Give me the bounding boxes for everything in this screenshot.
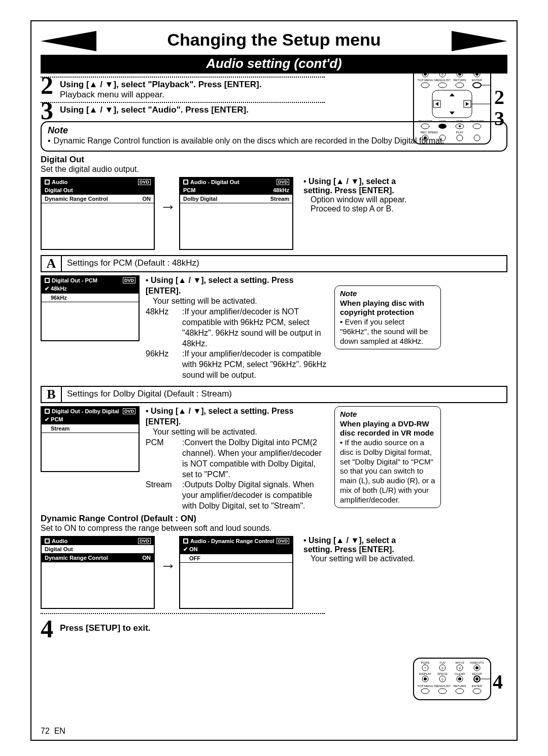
svg-point-21: [456, 83, 464, 88]
osd-audio2: AudioDVD Digital Out Dynamic Range Conrt…: [41, 536, 155, 609]
svg-point-38: [473, 124, 481, 129]
svg-point-34: [421, 124, 429, 129]
step-4: 4 Press [SETUP] to exit.: [41, 623, 325, 633]
svg-point-42: [424, 136, 427, 139]
svg-point-77: [424, 677, 427, 680]
svg-text:DVD: DVD: [457, 120, 463, 123]
svg-text:PLAY: PLAY: [456, 131, 464, 134]
drc-heading: Dynamic Range Control (Default : ON): [41, 514, 507, 524]
step-2: 2 Using [▲ / ▼], select "Playback". Pres…: [41, 80, 325, 100]
svg-marker-29: [466, 102, 469, 106]
svg-point-14: [475, 73, 478, 76]
instrA-select: Using [▲ / ▼], select a setting. Press […: [146, 276, 294, 295]
svg-text:0: 0: [441, 73, 443, 76]
svg-text:MENU/LIST: MENU/LIST: [434, 79, 451, 82]
remote-diagram: DISPLAYSPACECLEARSETUP 0 TOP MENUMENU/LI…: [413, 64, 491, 145]
svg-text:RETURN: RETURN: [454, 79, 466, 82]
osd-pcm: Digital Out - PCMDVD 48kHz 96kHz: [41, 275, 140, 341]
remote-callout-4: 4: [493, 670, 503, 694]
step2-text: Playback menu will appear.: [60, 90, 325, 100]
instr-proceed: Proceed to step A or B.: [303, 204, 420, 213]
svg-text:ENTER: ENTER: [472, 79, 483, 82]
section-a-header: A Settings for PCM (Default : 48kHz): [41, 255, 507, 272]
svg-text:TOP MENU: TOP MENU: [417, 79, 433, 82]
svg-point-44: [457, 135, 463, 141]
svg-text:REC SPEED: REC SPEED: [421, 131, 438, 134]
section-b-header: B Settings for Dolby Digital (Default : …: [41, 386, 507, 403]
svg-point-35: [438, 124, 447, 129]
svg-text:VCR: VCR: [439, 120, 446, 123]
svg-marker-24: [450, 93, 455, 96]
svg-point-20: [438, 83, 447, 88]
step3-instruction: Using [▲ / ▼], select "Audio". Press [EN…: [60, 105, 325, 115]
svg-text:SPACE: SPACE: [437, 67, 448, 70]
instrA-activated: Your setting will be activated.: [146, 296, 328, 307]
svg-rect-51: [184, 181, 187, 184]
remote-callout-3: 3: [494, 109, 504, 129]
instr-option-appear: Option window will appear.: [303, 195, 420, 204]
step-number: 2: [41, 73, 53, 98]
svg-text:MENU/LIST: MENU/LIST: [434, 685, 451, 688]
svg-text:SPACE: SPACE: [437, 672, 448, 675]
svg-point-19: [421, 83, 429, 88]
arrow-icon: →: [160, 556, 174, 575]
page-title: Changing the Setup menu: [167, 30, 381, 49]
remote-diagram-bottom: PQRSTUVWXYZVIDEO/TV 7 8 9 DISPLAYSPACECL…: [413, 658, 491, 700]
svg-point-8: [424, 73, 427, 76]
svg-point-71: [475, 666, 478, 669]
svg-text:VIDEO/TV: VIDEO/TV: [470, 661, 484, 664]
svg-point-90: [456, 689, 464, 694]
step4-instruction: Press [SETUP] to exit.: [60, 623, 325, 633]
svg-point-45: [474, 135, 480, 141]
step-3: 3 Using [▲ / ▼], select "Audio". Press […: [41, 105, 325, 115]
note-b: Note When playing a DVD-RW disc recorded…: [334, 406, 441, 509]
osd-drc: Audio - Dynamic Range ControlDVD ON OFF: [179, 536, 293, 609]
svg-text:DISPLAY: DISPLAY: [419, 67, 432, 70]
note-a: Note When playing disc with copyright pr…: [334, 285, 441, 350]
svg-text:0: 0: [441, 678, 443, 681]
drc-sub: Set to ON to compress the range between …: [41, 524, 507, 533]
remote-callout-2: 2: [494, 87, 504, 107]
svg-point-81: [458, 677, 461, 680]
instr-select-setting: Using [▲ / ▼], select a setting. Press […: [303, 177, 396, 195]
svg-point-12: [458, 73, 461, 76]
svg-text:WXYZ: WXYZ: [455, 661, 464, 664]
svg-text:8: 8: [441, 667, 443, 670]
svg-text:ENTER: ENTER: [472, 685, 483, 688]
title-banner: Changing the Setup menu: [41, 29, 507, 53]
step2-instruction: Using [▲ / ▼], select "Playback". Press …: [60, 80, 325, 90]
osd-audio: AudioDVD Digital Out Dynamic Range Contr…: [41, 177, 155, 250]
instrB-activated: Your setting will be activated.: [146, 427, 328, 438]
svg-text:SETUP: SETUP: [472, 67, 482, 70]
instrB-select: Using [▲ / ▼], select a setting. Press […: [146, 407, 294, 426]
svg-text:7: 7: [424, 667, 426, 670]
svg-text:CLEAR: CLEAR: [455, 672, 465, 675]
svg-point-83: [475, 677, 478, 680]
svg-text:SETUP: SETUP: [472, 672, 482, 675]
step-number: 3: [41, 98, 53, 123]
svg-point-89: [438, 689, 447, 694]
arrow-icon: →: [160, 197, 174, 216]
svg-point-22: [473, 83, 481, 88]
svg-marker-25: [450, 112, 455, 115]
svg-point-43: [439, 135, 446, 141]
page-number: 72 EN: [41, 727, 65, 736]
svg-rect-57: [46, 539, 49, 543]
svg-text:TUV: TUV: [439, 661, 446, 664]
svg-rect-49: [46, 181, 49, 184]
svg-text:RETURN: RETURN: [454, 685, 466, 688]
svg-rect-55: [46, 410, 49, 413]
svg-marker-27: [435, 102, 438, 106]
instr-drc-activated: Your setting will be activated.: [303, 554, 425, 563]
svg-text:REC/OTR: REC/OTR: [419, 120, 433, 123]
svg-point-37: [459, 125, 461, 127]
svg-rect-59: [184, 539, 187, 543]
svg-text:PQRS: PQRS: [421, 661, 429, 664]
svg-point-88: [421, 689, 429, 694]
digital-out-sub: Set the digital audio output.: [41, 165, 507, 174]
svg-text:REC/OTR: REC/OTR: [470, 120, 485, 123]
svg-text:TOP MENU: TOP MENU: [417, 685, 433, 688]
instr-drc-select: Using [▲ / ▼], select a setting. Press […: [303, 536, 396, 554]
svg-rect-53: [46, 279, 49, 282]
svg-text:CLEAR: CLEAR: [455, 67, 465, 70]
